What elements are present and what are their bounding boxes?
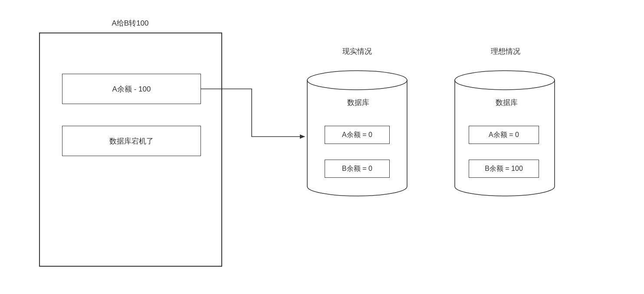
svg-point-3: [455, 71, 555, 90]
ideal-db-label: 数据库: [491, 98, 522, 108]
ideal-db-row-1: A余额 = 0: [469, 126, 539, 144]
actual-db-title: 现实情况: [335, 46, 379, 56]
actual-db-row-1: A余额 = 0: [325, 126, 390, 144]
transaction-title: A给B转100: [104, 18, 156, 28]
diagram-root: A给B转100 A余额 - 100 数据库宕机了 现实情况 数据库 A余额 = …: [0, 0, 644, 294]
svg-point-0: [307, 71, 407, 90]
transaction-step-2: 数据库宕机了: [62, 126, 201, 156]
ideal-db-title: 理想情况: [484, 46, 527, 56]
transaction-step-1: A余额 - 100: [62, 74, 201, 104]
ideal-db-row-2: B余额 = 100: [469, 160, 539, 178]
actual-db-row-2: B余额 = 0: [325, 160, 390, 178]
actual-db-label: 数据库: [343, 98, 373, 108]
